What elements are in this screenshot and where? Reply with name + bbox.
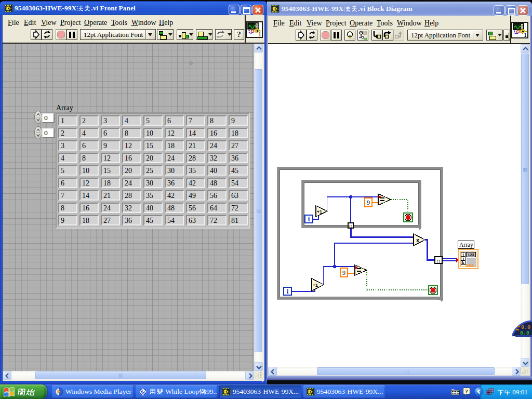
svg-text:[]: [] xyxy=(349,224,352,228)
svg-text:DBL: DBL xyxy=(466,263,474,268)
svg-text:i: i xyxy=(287,287,289,295)
svg-text:9: 9 xyxy=(367,199,370,206)
svg-text:x: x xyxy=(416,237,420,243)
svg-text:123: 123 xyxy=(468,252,474,257)
svg-text:+1: +1 xyxy=(317,209,322,215)
svg-text:1: 1 xyxy=(524,31,527,37)
svg-text:[]: [] xyxy=(436,260,440,263)
svg-text:+1: +1 xyxy=(313,283,318,288)
svg-text:0.0: 0.0 xyxy=(520,330,529,336)
svg-text:0.0: 0.0 xyxy=(521,325,530,330)
svg-text:1: 1 xyxy=(258,30,262,37)
svg-text:?: ? xyxy=(465,388,468,394)
svg-text:k: k xyxy=(462,260,464,265)
svg-text:9: 9 xyxy=(342,269,345,276)
svg-text:Array: Array xyxy=(459,242,473,248)
svg-text:i: i xyxy=(308,215,310,223)
